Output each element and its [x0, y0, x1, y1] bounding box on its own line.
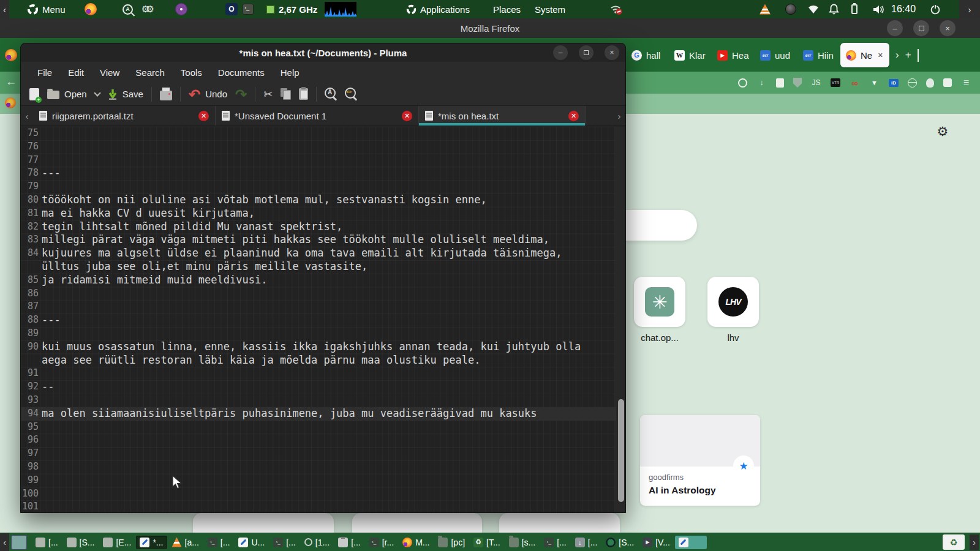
- code-line[interactable]: 86: [21, 287, 625, 301]
- ghostery-extension-icon[interactable]: [926, 78, 934, 88]
- code-line[interactable]: 82tegin lihtsalt mõned pildid Mu vanast …: [21, 220, 625, 234]
- redo-button[interactable]: ↷: [235, 88, 247, 100]
- pluma-close-button[interactable]: ×: [605, 45, 619, 60]
- pluma-minimize-button[interactable]: –: [553, 45, 568, 60]
- settings-gears-icon[interactable]: ⚙⚙: [141, 0, 151, 18]
- code-line[interactable]: 97: [21, 447, 625, 460]
- tab-overflow-chevron-icon[interactable]: ›: [895, 49, 899, 61]
- replace-button[interactable]: [345, 88, 357, 101]
- cpu-applet[interactable]: 2,67 GHz: [266, 0, 317, 18]
- code-line[interactable]: 98: [21, 460, 625, 474]
- firefox-tab[interactable]: ▶Hea: [712, 43, 755, 67]
- firefox-restore-button[interactable]: [913, 20, 929, 36]
- newtab-settings-gear-icon[interactable]: ⚙: [935, 124, 951, 140]
- code-line[interactable]: 89: [21, 327, 625, 340]
- pluma-menu-file[interactable]: File: [29, 62, 60, 83]
- vlc-tray-icon[interactable]: [760, 0, 771, 18]
- power-icon[interactable]: [930, 0, 941, 18]
- code-line[interactable]: 88---: [21, 313, 625, 327]
- firefox-launcher-icon[interactable]: [85, 0, 97, 18]
- network-blocked-icon[interactable]: [609, 0, 623, 18]
- taskbar-window-button[interactable]: [pc]: [434, 536, 469, 549]
- taskbar-collapse-right-button[interactable]: ›: [970, 534, 979, 550]
- code-line[interactable]: 100: [21, 487, 625, 501]
- pluma-menu-view[interactable]: View: [92, 62, 127, 83]
- menu-system[interactable]: System: [535, 0, 565, 18]
- pluma-tab[interactable]: *mis on hea.txt✕: [419, 106, 586, 126]
- code-line[interactable]: 87: [21, 300, 625, 313]
- firefox-tab[interactable]: WKlar: [669, 43, 712, 67]
- tab-close-icon[interactable]: ×: [878, 50, 883, 60]
- taskbar-window-button[interactable]: [a...: [168, 536, 203, 549]
- taskbar-window-button[interactable]: ↓[...: [571, 536, 601, 549]
- print-button[interactable]: [160, 88, 172, 100]
- taskbar-window-button[interactable]: ♻[T...: [470, 536, 504, 549]
- bookmark-favicon[interactable]: [5, 97, 16, 108]
- id-extension-icon[interactable]: iD: [889, 79, 899, 87]
- taskbar-window-button[interactable]: [1...: [301, 536, 333, 549]
- taskbar-window-button[interactable]: [675, 536, 707, 549]
- pluma-tab[interactable]: riigparem.portaal.tzt✕: [33, 106, 216, 126]
- code-line[interactable]: 83millegi pärat väga väga mitmeti piti h…: [21, 233, 625, 247]
- tab-scroll-right-icon[interactable]: ›: [613, 106, 625, 126]
- new-document-button[interactable]: [29, 88, 39, 100]
- tab-close-icon[interactable]: ✕: [198, 111, 209, 121]
- menu-applications[interactable]: Applications: [406, 0, 470, 18]
- taskbar-window-button[interactable]: [...: [32, 536, 62, 549]
- taskbar-collapse-left-button[interactable]: ‹: [0, 533, 9, 551]
- cut-button[interactable]: ✂: [263, 88, 273, 101]
- taskbar-window-button[interactable]: U...: [235, 536, 268, 549]
- find-button[interactable]: [325, 88, 337, 101]
- code-line[interactable]: ülltus juba see oli,et minu päris meilil…: [21, 260, 625, 274]
- pluma-menu-documents[interactable]: Documents: [210, 62, 273, 83]
- taskbar-window-button[interactable]: M...: [399, 536, 433, 549]
- pluma-menu-search[interactable]: Search: [127, 62, 173, 83]
- tab-close-icon[interactable]: ✕: [568, 111, 579, 121]
- extensions-puzzle-icon[interactable]: [943, 78, 952, 87]
- pluma-titlebar[interactable]: *mis on hea.txt (~/Documents) - Pluma – …: [21, 43, 625, 62]
- newtab-article-card[interactable]: ★ goodfirms AI in Astrology: [640, 415, 760, 506]
- notifications-bell-icon[interactable]: [829, 0, 839, 18]
- globe-extension-icon[interactable]: [908, 78, 917, 88]
- save-button[interactable]: Save: [108, 89, 143, 100]
- taskbar-window-button[interactable]: [S...: [63, 536, 99, 549]
- wifi-icon[interactable]: [807, 0, 820, 18]
- taskbar-window-button[interactable]: ›_[...: [204, 536, 234, 549]
- firefox-menu-icon[interactable]: ≡: [961, 78, 971, 88]
- code-line[interactable]: 85ja ridamisi mitmeid muid meeldivusi.: [21, 274, 625, 287]
- taskbar-window-button[interactable]: *...: [136, 536, 167, 549]
- opera-icon[interactable]: O: [225, 0, 238, 18]
- ublock-extension-icon[interactable]: [793, 78, 802, 88]
- panel-collapse-right-button[interactable]: ›: [959, 0, 980, 18]
- firefox-pinned-tab-icon[interactable]: [5, 49, 17, 61]
- pluma-text-area[interactable]: 75767778---7980tööökoht on nii oluline a…: [21, 127, 625, 512]
- firefox-tab[interactable]: errHiin: [797, 43, 840, 67]
- shortcut-lhv[interactable]: LHV lhv: [707, 277, 759, 343]
- firefox-tab[interactable]: Ghall: [626, 43, 669, 67]
- code-line[interactable]: 75: [21, 127, 625, 140]
- pocket-icon[interactable]: [738, 78, 747, 88]
- firefox-tab[interactable]: erruud: [755, 43, 797, 67]
- clock[interactable]: 16:40: [891, 0, 916, 18]
- search-tool-icon[interactable]: A: [123, 0, 133, 18]
- show-desktop-button[interactable]: [11, 535, 27, 550]
- paste-button[interactable]: [299, 88, 308, 100]
- cpu-graph-applet[interactable]: [325, 0, 356, 18]
- code-line[interactable]: 79: [21, 180, 625, 193]
- new-tab-button[interactable]: +: [905, 49, 911, 61]
- tab-scroll-left-icon[interactable]: ‹: [21, 106, 33, 126]
- code-line[interactable]: 81ma ei hakka CV d uuesit kirjutama,: [21, 207, 625, 220]
- scrollbar-thumb[interactable]: [618, 399, 624, 502]
- pluma-menu-tools[interactable]: Tools: [173, 62, 210, 83]
- open-dropdown-button[interactable]: [95, 93, 100, 96]
- tor-browser-icon[interactable]: [175, 0, 187, 18]
- taskbar-window-button[interactable]: ▶[V...: [639, 536, 674, 549]
- link-extension-icon[interactable]: ∞: [850, 78, 860, 88]
- menu-places[interactable]: Places: [493, 0, 521, 18]
- code-line[interactable]: 80tööökoht on nii oluline asi võtab motl…: [21, 193, 625, 207]
- tray-knob-icon[interactable]: [785, 0, 796, 18]
- violet-extension-icon[interactable]: ▼: [869, 78, 880, 88]
- taskbar-window-button[interactable]: ›_[r...: [366, 536, 398, 549]
- code-line[interactable]: 92--: [21, 380, 625, 394]
- terminal-launcher-icon[interactable]: ›_: [243, 0, 254, 18]
